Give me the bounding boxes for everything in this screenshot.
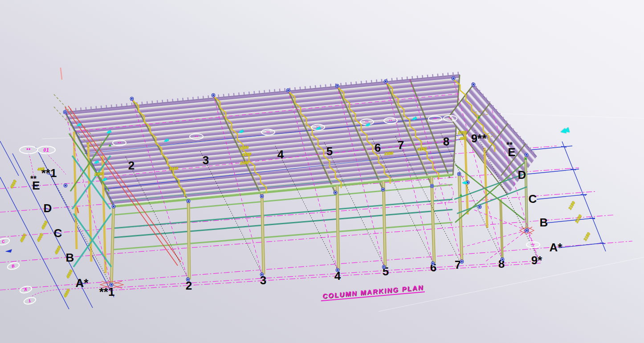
model-scene [0,0,644,343]
cad-viewport[interactable]: **1**EDCBA***123456789*23456789****EDCBA… [0,0,644,343]
